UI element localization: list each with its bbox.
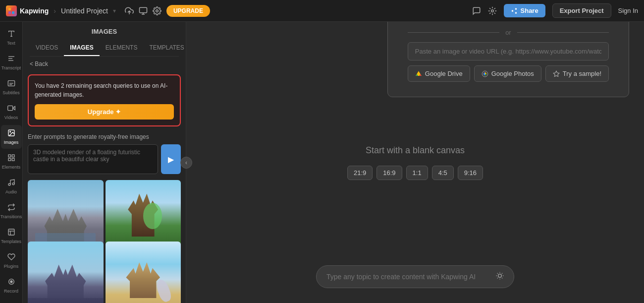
search-row: ▶ [28, 144, 181, 174]
image-cell-3[interactable] [28, 242, 104, 303]
svg-rect-19 [7, 106, 12, 110]
signin-button[interactable]: Sign In [618, 7, 638, 14]
search-section: Enter prompts to generate royalty-free i… [23, 129, 186, 178]
topbar-actions: Share Export Project Sign In [472, 3, 638, 18]
ai-topic-icon [496, 272, 504, 282]
sidebar-text-label: Text [7, 41, 15, 46]
settings-icon-btn[interactable] [153, 6, 161, 15]
export-button[interactable]: Export Project [552, 3, 611, 18]
svg-rect-5 [139, 7, 147, 13]
svg-rect-23 [12, 155, 14, 157]
share-button[interactable]: Share [504, 4, 545, 17]
upgrade-button[interactable]: UPGRADE [166, 5, 210, 17]
screen-icon-btn[interactable] [139, 6, 148, 15]
aspect-ratio-buttons: 21:9 16:9 1:1 4:5 9:16 [347, 166, 483, 180]
try-sample-button[interactable]: Try a sample! [545, 65, 609, 82]
images-panel: IMAGES VIDEOS IMAGES ELEMENTS TEMPLATES … [23, 22, 186, 303]
canvas-title: Start with a blank canvas [366, 145, 465, 156]
ratio-9-16[interactable]: 9:16 [458, 166, 483, 180]
sidebar-item-videos[interactable]: Videos [1, 100, 22, 124]
sidebar-item-templates[interactable]: Templates [1, 224, 22, 248]
svg-point-9 [491, 9, 493, 12]
try-sample-label: Try a sample! [563, 70, 601, 77]
sidebar-item-transitions[interactable]: Transitions [1, 199, 22, 223]
tab-elements[interactable]: ELEMENTS [100, 40, 144, 56]
svg-rect-28 [8, 229, 14, 235]
sidebar-videos-label: Videos [4, 115, 18, 120]
ai-topic-input[interactable] [326, 273, 491, 281]
sidebar-item-elements[interactable]: Elements [1, 150, 22, 174]
google-photos-button[interactable]: Google Photos [474, 65, 541, 82]
google-drive-button[interactable]: Google Drive [408, 65, 470, 82]
search-label: Enter prompts to generate royalty-free i… [28, 133, 181, 140]
panel-wrapper: IMAGES VIDEOS IMAGES ELEMENTS TEMPLATES … [23, 22, 186, 303]
svg-rect-25 [8, 158, 11, 161]
sidebar-item-audio[interactable]: Audio [1, 175, 22, 198]
panel-title: IMAGES [30, 28, 179, 40]
image-cell-4[interactable] [106, 242, 181, 303]
icon-sidebar: Text Transcript Subtitles Videos Images [0, 22, 23, 303]
panel-tabs: VIDEOS IMAGES ELEMENTS TEMPLATES [30, 40, 179, 57]
templates-icon [7, 228, 15, 238]
search-go-button[interactable]: ▶ [161, 144, 181, 174]
sidebar-transcript-label: Transcript [1, 65, 21, 70]
svg-point-36 [498, 274, 502, 278]
project-dropdown-icon[interactable]: ▾ [113, 7, 116, 14]
ai-banner: You have 2 remaining search queries to u… [28, 74, 181, 126]
logo-icon [6, 5, 17, 16]
tab-templates[interactable]: TEMPLATES [143, 40, 190, 56]
panel-collapse-button[interactable]: ‹ [180, 157, 192, 169]
canvas-area: Start with a blank canvas 21:9 16:9 1:1 … [186, 22, 644, 303]
or-divider: or [505, 29, 511, 36]
sidebar-item-images[interactable]: Images [1, 125, 22, 149]
comments-icon-btn[interactable] [472, 6, 481, 15]
ai-topic-bar [316, 265, 514, 288]
ratio-4-5[interactable]: 4:5 [432, 166, 454, 180]
svg-point-32 [10, 281, 12, 283]
sidebar-transitions-label: Transitions [0, 214, 22, 219]
transcript-icon [7, 55, 15, 64]
url-input[interactable] [408, 42, 609, 61]
sidebar-item-text[interactable]: Text [1, 26, 22, 50]
sidebar-item-plugins[interactable]: Plugins [1, 249, 22, 273]
collapse-icon: ‹ [185, 159, 187, 166]
svg-point-8 [156, 9, 159, 12]
ratio-16-9[interactable]: 16:9 [376, 166, 402, 180]
sidebar-item-subtitles[interactable]: Subtitles [1, 75, 22, 99]
elements-icon [7, 154, 15, 164]
ratio-21-9[interactable]: 21:9 [347, 166, 373, 180]
ai-upgrade-button[interactable]: Upgrade ✦ [35, 104, 174, 120]
plugins-icon [7, 253, 15, 263]
svg-marker-18 [12, 107, 15, 110]
images-icon [7, 129, 15, 139]
svg-point-27 [12, 183, 14, 185]
sidebar-record-label: Record [4, 289, 18, 294]
sidebar-subtitles-label: Subtitles [2, 90, 20, 95]
svg-point-26 [8, 183, 10, 185]
sidebar-item-record[interactable]: Record [1, 274, 22, 298]
ratio-1-1[interactable]: 1:1 [406, 166, 428, 180]
gear-icon-btn[interactable] [488, 6, 497, 15]
sidebar-item-more[interactable]: ... [1, 301, 22, 303]
search-input[interactable] [28, 144, 158, 174]
svg-rect-0 [8, 8, 11, 10]
sidebar-item-transcript[interactable]: Transcript [1, 51, 22, 74]
upload-area: Click to upload or, drag and drop a file… [387, 22, 629, 97]
search-go-icon: ▶ [168, 155, 174, 164]
brand-name: Kapwing [20, 7, 49, 15]
svg-line-40 [502, 278, 502, 278]
logo: Kapwing [6, 5, 49, 16]
svg-rect-22 [8, 155, 11, 157]
ai-banner-text: You have 2 remaining search queries to u… [35, 81, 174, 99]
google-photos-label: Google Photos [491, 70, 534, 77]
svg-rect-24 [12, 158, 14, 161]
canvas-center: Start with a blank canvas 21:9 16:9 1:1 … [347, 145, 483, 180]
sidebar-templates-label: Templates [1, 239, 21, 244]
tab-videos[interactable]: VIDEOS [30, 40, 64, 56]
sidebar-plugins-label: Plugins [4, 264, 19, 269]
svg-marker-35 [553, 71, 559, 76]
panel-header: IMAGES VIDEOS IMAGES ELEMENTS TEMPLATES … [23, 22, 186, 71]
upload-icon-btn[interactable] [125, 6, 134, 15]
back-button[interactable]: < Back [30, 57, 179, 71]
tab-images[interactable]: IMAGES [64, 40, 99, 56]
